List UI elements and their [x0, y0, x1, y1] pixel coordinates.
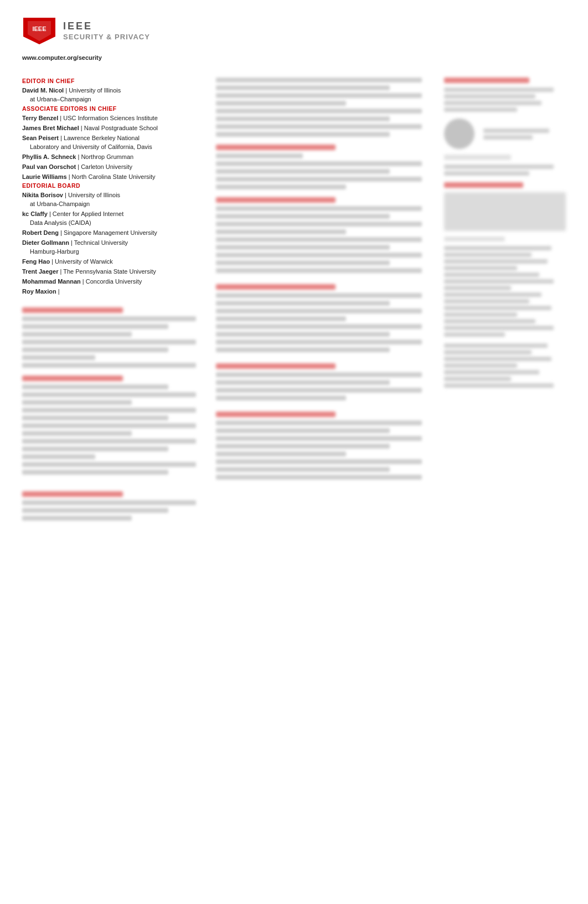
editor-entry: James Bret Michael | Naval Postgraduate …	[22, 124, 205, 133]
editor-affil: | Center for Applied Internet	[49, 210, 123, 217]
editor-affil: | Lawrence Berkeley National	[60, 135, 140, 141]
editor-affil: | The Pennsylvania State University	[60, 268, 156, 275]
editor-name: Robert Deng	[22, 229, 60, 236]
logo-brand: IEEE	[63, 20, 150, 33]
editor-entry: Sean Peisert | Lawrence Berkeley Nationa…	[22, 134, 205, 152]
editor-affil: | Technical University	[71, 239, 128, 246]
right-section-title-2	[444, 182, 523, 188]
logo-publication: SECURITY & PRIVACY	[63, 33, 150, 42]
editor-entry: Roy Maxion |	[22, 287, 205, 296]
editor-affil: | North Carolina State University	[69, 173, 156, 180]
logo-shield-icon: IEEE	[22, 17, 56, 45]
editor-entry: Feng Hao | University of Warwick	[22, 258, 205, 266]
editor-name: David M. Nicol	[22, 87, 65, 94]
editor-in-chief-section: EDITOR IN CHIEF David M. Nicol | Univers…	[22, 78, 205, 104]
editor-entry: Robert Deng | Singapore Management Unive…	[22, 229, 205, 238]
editor-name: Sean Peisert	[22, 135, 60, 141]
editor-entry: Mohammad Mannan | Concordia University	[22, 278, 205, 286]
logo-area: IEEE IEEE SECURITY & PRIVACY	[22, 17, 150, 45]
middle-column	[216, 78, 433, 523]
editor-affil: | Concordia University	[82, 278, 142, 285]
editor-affil: | University of Illinois	[65, 192, 120, 198]
editor-affil-indent: at Urbana–Champaign	[22, 95, 205, 104]
editor-name: Nikita Borisov	[22, 192, 65, 198]
editor-entry: Paul van Oorschot | Carleton University	[22, 163, 205, 172]
editor-affil: | University of Warwick	[51, 258, 113, 265]
editor-name: Paul van Oorschot	[22, 163, 78, 170]
associate-editors-title: ASSOCIATE EDITORS IN CHIEF	[22, 105, 205, 112]
editor-name: Trent Jaeger	[22, 268, 60, 275]
editor-affil: | Singapore Management University	[60, 229, 157, 236]
right-column	[444, 78, 566, 523]
editor-affil-indent: at Urbana-Champaign	[22, 200, 205, 209]
right-circle-row	[444, 119, 566, 149]
editor-affil: | USC Information Sciences Institute	[60, 115, 158, 121]
editor-affil-indent: Data Analysis (CAIDA)	[22, 219, 205, 228]
associate-editors-section: ASSOCIATE EDITORS IN CHIEF Terry Benzel …	[22, 105, 205, 182]
editor-entry: David M. Nicol | University of Illinois …	[22, 86, 205, 104]
website-url: www.computer.org/security	[0, 51, 588, 72]
page: IEEE IEEE SECURITY & PRIVACY www.compute…	[0, 0, 588, 904]
header: IEEE IEEE SECURITY & PRIVACY	[0, 17, 588, 51]
editor-affil: | Northrop Grumman	[78, 153, 133, 160]
editor-name: James Bret Michael	[22, 125, 81, 131]
editor-entry: Phyllis A. Schneck | Northrop Grumman	[22, 153, 205, 162]
editor-affil: |	[58, 288, 60, 295]
right-section-title-1	[444, 78, 529, 83]
right-blurred-content	[444, 78, 566, 388]
left-column: EDITOR IN CHIEF David M. Nicol | Univers…	[22, 78, 205, 523]
editor-entry: Trent Jaeger | The Pennsylvania State Un…	[22, 268, 205, 276]
editor-name: Mohammad Mannan	[22, 278, 82, 285]
middle-blurred-content	[216, 78, 433, 480]
editor-affil-indent: Hamburg-Harburg	[22, 248, 205, 256]
editor-entry: Nikita Borisov | University of Illinois …	[22, 191, 205, 209]
editor-name: Dieter Gollmann	[22, 239, 71, 246]
editor-entry: Laurie Williams | North Carolina State U…	[22, 173, 205, 182]
logo-text: IEEE SECURITY & PRIVACY	[63, 20, 150, 41]
editor-name: Feng Hao	[22, 258, 51, 265]
svg-text:IEEE: IEEE	[32, 25, 46, 32]
editor-name: Roy Maxion	[22, 288, 58, 295]
editor-affil: | Carleton University	[78, 163, 132, 170]
editor-affil: | University of Illinois	[65, 87, 121, 94]
right-text-stack	[483, 129, 566, 140]
editor-entry: kc Claffy | Center for Applied Internet …	[22, 210, 205, 228]
content-area: EDITOR IN CHIEF David M. Nicol | Univers…	[0, 72, 588, 529]
editor-affil: | Naval Postgraduate School	[81, 125, 158, 131]
right-image-placeholder	[444, 192, 566, 231]
right-subtitle-1	[444, 155, 511, 160]
editor-in-chief-title: EDITOR IN CHIEF	[22, 78, 205, 84]
editor-name: Phyllis A. Schneck	[22, 153, 78, 160]
editorial-board-title: EDITORIAL BOARD	[22, 182, 205, 189]
avatar-circle	[444, 119, 474, 149]
editor-affil-indent: Laboratory and University of California,…	[22, 143, 205, 152]
left-blurred-lower	[22, 307, 205, 521]
editorial-board-section: EDITORIAL BOARD Nikita Borisov | Univers…	[22, 182, 205, 296]
right-subtitle-2	[444, 237, 505, 242]
editor-name: Terry Benzel	[22, 115, 60, 121]
editor-entry: Terry Benzel | USC Information Sciences …	[22, 114, 205, 123]
editor-name: kc Claffy	[22, 210, 49, 217]
editor-entry: Dieter Gollmann | Technical University H…	[22, 239, 205, 256]
editor-name: Laurie Williams	[22, 173, 69, 180]
